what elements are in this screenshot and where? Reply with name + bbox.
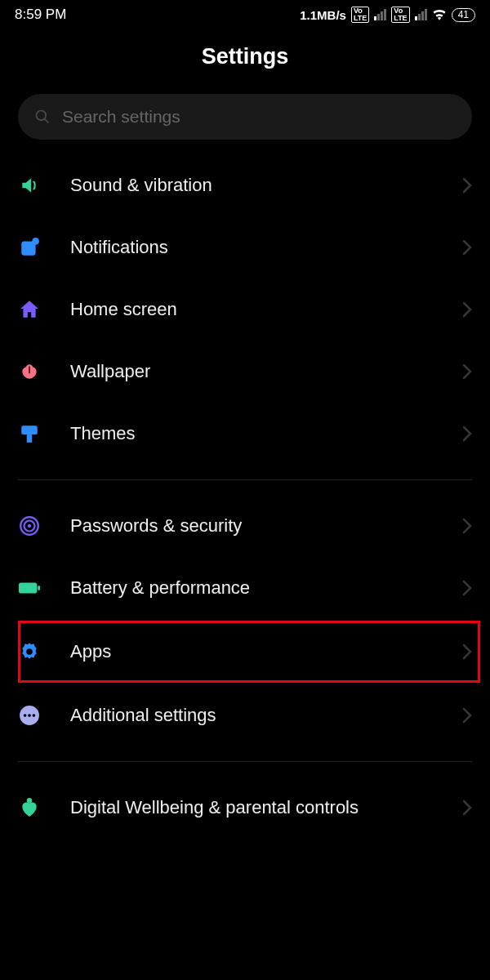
search-icon	[34, 109, 51, 125]
item-label: Passwords & security	[70, 515, 462, 537]
chevron-right-icon	[462, 518, 472, 534]
brush-icon	[18, 422, 41, 445]
flower-icon	[18, 360, 41, 383]
battery-icon	[18, 577, 41, 599]
settings-item-apps[interactable]: Apps	[0, 619, 490, 684]
fingerprint-icon	[18, 514, 41, 537]
dots-icon	[18, 704, 41, 727]
svg-line-1	[45, 119, 49, 123]
speaker-icon	[18, 174, 41, 197]
chevron-right-icon	[462, 580, 472, 596]
svg-rect-10	[38, 586, 40, 590]
chevron-right-icon	[462, 644, 472, 660]
divider	[18, 761, 472, 762]
divider	[18, 479, 472, 480]
search-placeholder: Search settings	[62, 107, 180, 127]
item-label: Wallpaper	[70, 361, 462, 382]
settings-item-wellbeing[interactable]: Digital Wellbeing & parental controls	[0, 777, 490, 839]
settings-item-additional[interactable]: Additional settings	[0, 684, 490, 746]
network-speed: 1.1MB/s	[300, 8, 346, 22]
page-title: Settings	[0, 26, 490, 94]
item-label: Digital Wellbeing & parental controls	[70, 796, 462, 819]
item-label: Sound & vibration	[70, 175, 462, 196]
item-label: Apps	[70, 641, 462, 662]
item-label: Notifications	[70, 237, 462, 258]
item-label: Battery & performance	[70, 577, 462, 599]
svg-point-0	[37, 111, 47, 121]
svg-point-14	[28, 714, 31, 717]
battery-indicator: 41	[452, 8, 475, 22]
chevron-right-icon	[462, 707, 472, 724]
settings-item-security[interactable]: Passwords & security	[0, 495, 490, 557]
settings-list: Sound & vibration Notifications Home scr…	[0, 149, 490, 844]
item-label: Home screen	[70, 299, 462, 320]
settings-item-wallpaper[interactable]: Wallpaper	[0, 341, 490, 403]
svg-point-15	[33, 714, 36, 717]
svg-point-11	[26, 648, 33, 655]
signal-icon-1	[374, 9, 386, 20]
settings-item-notifications[interactable]: Notifications	[0, 216, 490, 278]
heart-icon	[18, 796, 41, 819]
signal-icon-2	[415, 9, 427, 20]
status-time: 8:59 PM	[15, 7, 66, 23]
chevron-right-icon	[462, 800, 472, 816]
item-label: Additional settings	[70, 705, 462, 726]
svg-point-8	[28, 524, 31, 528]
svg-rect-4	[21, 425, 38, 434]
svg-point-3	[32, 238, 39, 245]
svg-point-13	[24, 714, 27, 717]
svg-rect-5	[27, 434, 33, 443]
wifi-icon	[432, 9, 447, 20]
status-bar: 8:59 PM 1.1MB/s VoLTE VoLTE 41	[0, 0, 490, 26]
chevron-right-icon	[462, 177, 472, 194]
home-icon	[18, 298, 41, 321]
chevron-right-icon	[462, 425, 472, 442]
svg-rect-9	[19, 582, 37, 593]
volte-icon-1: VoLTE	[351, 7, 369, 23]
settings-item-home[interactable]: Home screen	[0, 278, 490, 341]
volte-icon-2: VoLTE	[391, 7, 409, 23]
settings-item-themes[interactable]: Themes	[0, 403, 490, 465]
chevron-right-icon	[462, 363, 472, 380]
chevron-right-icon	[462, 301, 472, 318]
svg-point-16	[27, 798, 33, 804]
item-label: Themes	[70, 423, 462, 444]
settings-item-sound[interactable]: Sound & vibration	[0, 154, 490, 216]
settings-item-battery[interactable]: Battery & performance	[0, 557, 490, 619]
notification-icon	[18, 236, 41, 259]
chevron-right-icon	[462, 239, 472, 256]
gear-icon	[18, 640, 41, 663]
search-input[interactable]: Search settings	[18, 94, 472, 140]
